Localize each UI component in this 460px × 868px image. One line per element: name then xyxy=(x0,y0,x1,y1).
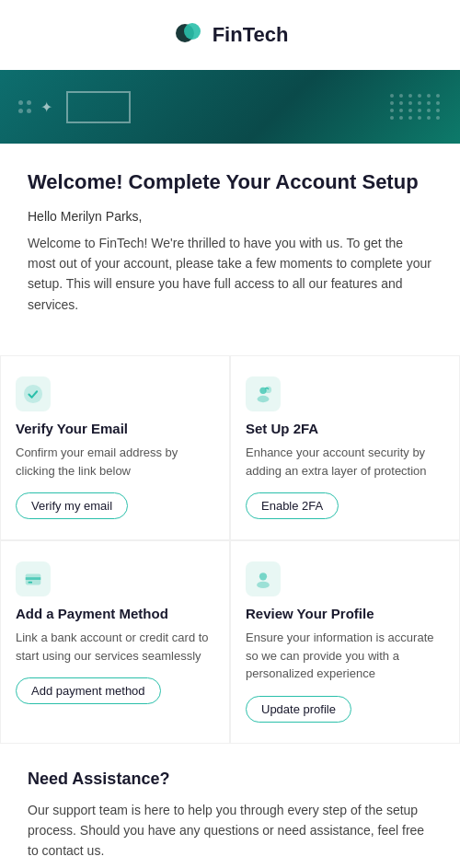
logo-text: FinTech xyxy=(213,23,289,47)
verify-email-button[interactable]: Verify my email xyxy=(16,492,128,519)
update-profile-button[interactable]: Update profile xyxy=(246,696,351,723)
verify-email-icon xyxy=(16,376,51,411)
feature-title-2fa: Set Up 2FA xyxy=(246,421,444,436)
banner-decoration-right xyxy=(390,94,442,120)
assistance-text: Our support team is here to help you thr… xyxy=(28,800,432,862)
svg-point-10 xyxy=(257,582,270,588)
greeting-text: Hello Merilyn Parks, xyxy=(28,209,432,224)
email-wrapper: FinTech ✦ Welcome! Complete Your Account… xyxy=(0,0,460,868)
svg-rect-8 xyxy=(29,582,33,584)
feature-desc-verify-email: Confirm your email address by clicking t… xyxy=(16,444,214,480)
feature-title-profile: Review Your Profile xyxy=(246,606,444,621)
profile-icon xyxy=(246,561,281,596)
features-grid: Verify Your Email Confirm your email add… xyxy=(0,355,460,744)
page-title: Welcome! Complete Your Account Setup xyxy=(28,169,432,196)
main-content: Welcome! Complete Your Account Setup Hel… xyxy=(0,144,460,355)
header: FinTech xyxy=(0,0,460,70)
feature-desc-payment: Link a bank account or credit card to st… xyxy=(16,629,214,665)
svg-point-2 xyxy=(24,385,42,403)
feature-verify-email: Verify Your Email Confirm your email add… xyxy=(0,355,230,540)
intro-text: Welcome to FinTech! We're thrilled to ha… xyxy=(28,233,432,316)
assistance-section: Need Assistance? Our support team is her… xyxy=(0,744,460,868)
banner-rect-decoration xyxy=(66,91,131,123)
svg-point-1 xyxy=(184,23,201,40)
feature-payment: Add a Payment Method Link a bank account… xyxy=(0,540,230,744)
add-payment-button[interactable]: Add payment method xyxy=(16,677,161,704)
banner: ✦ xyxy=(0,70,460,144)
feature-desc-2fa: Enhance your account security by adding … xyxy=(246,444,444,480)
feature-profile: Review Your Profile Ensure your informat… xyxy=(230,540,460,744)
svg-point-5 xyxy=(265,387,271,393)
feature-title-payment: Add a Payment Method xyxy=(16,606,214,621)
payment-icon xyxy=(16,561,51,596)
enable-2fa-button[interactable]: Enable 2FA xyxy=(246,492,339,519)
feature-desc-profile: Ensure your information is accurate so w… xyxy=(246,629,444,683)
feature-title-verify-email: Verify Your Email xyxy=(16,421,214,436)
feature-2fa: Set Up 2FA Enhance your account security… xyxy=(230,355,460,540)
banner-decoration-left xyxy=(18,100,31,113)
banner-cross-icon: ✦ xyxy=(40,98,52,116)
2fa-icon xyxy=(246,376,281,411)
svg-point-9 xyxy=(259,573,267,580)
svg-point-4 xyxy=(258,396,270,402)
assistance-title: Need Assistance? xyxy=(28,770,432,789)
logo-icon xyxy=(172,18,205,52)
svg-rect-7 xyxy=(26,577,41,580)
